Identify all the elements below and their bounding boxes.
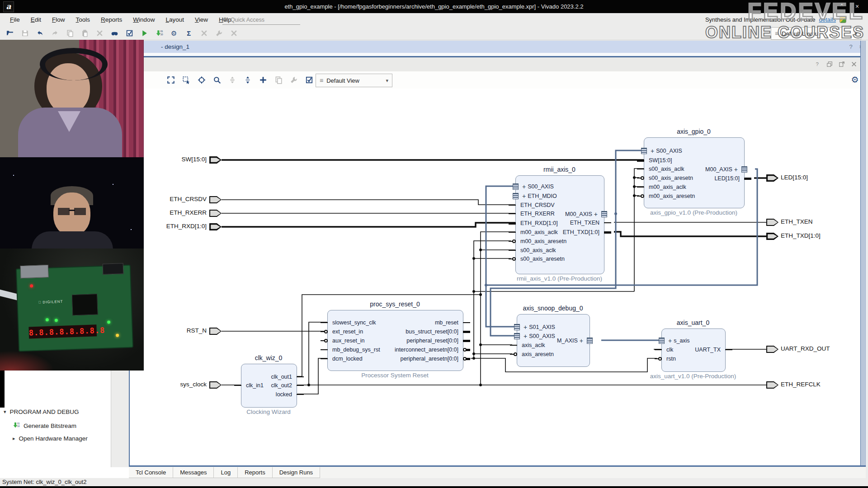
settings-icon[interactable]: ⚙: [169, 28, 179, 38]
menu-item-flow[interactable]: Flow: [47, 13, 71, 26]
menu-item-window[interactable]: Window: [127, 13, 160, 26]
port-m00-axis-aresetn[interactable]: m00_axis_aresetn: [649, 192, 695, 201]
port-m00-axis-aclk[interactable]: m00_axis_aclk: [649, 183, 686, 192]
expand-plus-icon[interactable]: +: [734, 166, 738, 173]
report-utilization-icon[interactable]: Σ: [184, 28, 194, 38]
port-dcm-locked[interactable]: dcm_locked: [332, 354, 363, 363]
block-rmii_axis_0[interactable]: +S00_AXIS+ETH_MDIOETH_CRSDVETH_RXERRETH_…: [515, 175, 604, 274]
port-aux-reset-in[interactable]: aux_reset_in: [332, 336, 365, 345]
validate-design-icon[interactable]: [303, 74, 315, 86]
restore-window-icon[interactable]: ^: [836, 2, 847, 11]
port-bus-struct-reset-0-0-[interactable]: bus_struct_reset[0:0]: [406, 327, 458, 336]
open-hardware-manager-item[interactable]: ▸ Open Hardware Manager: [13, 435, 88, 442]
program-and-debug-section[interactable]: ▾ PROGRAM AND DEBUG: [4, 408, 79, 415]
open-project-icon[interactable]: [5, 28, 15, 38]
menu-item-file[interactable]: File: [5, 13, 25, 26]
zoom-selection-icon[interactable]: [180, 74, 192, 86]
menu-item-view[interactable]: View: [189, 13, 213, 26]
block-axis_uart_0[interactable]: +s_axisclkrstnUART_TX: [661, 328, 726, 372]
expand-plus-icon[interactable]: +: [524, 333, 527, 340]
port-m00-axis-aresetn[interactable]: m00_axis_aresetn: [520, 237, 566, 246]
panel-close-icon[interactable]: [850, 60, 858, 68]
port-eth-crsdv[interactable]: ETH_CRSDV: [520, 201, 555, 210]
port-uart-tx[interactable]: UART_TX: [695, 345, 721, 354]
tab-messages[interactable]: Messages: [173, 467, 214, 478]
port-eth-rxd-1-0-[interactable]: ETH_RXD[1:0]: [520, 219, 558, 228]
port-eth-txen[interactable]: ETH_TXEN: [570, 218, 599, 227]
port-rstn[interactable]: rstn: [666, 354, 676, 363]
design-help-icon[interactable]: ?: [846, 43, 855, 51]
port-s00-axis[interactable]: +S00_AXIS: [522, 332, 555, 341]
details-link[interactable]: details: [819, 16, 836, 23]
port-s00-axis-aresetn[interactable]: s00_axis_aresetn: [520, 254, 565, 263]
port-s00-axis[interactable]: +S00_AXIS: [520, 182, 554, 191]
port-peripheral-reset-0-0-[interactable]: peripheral_reset[0:0]: [406, 336, 458, 345]
port-axis-aresetn[interactable]: axis_aresetn: [522, 350, 554, 359]
port-peripheral-aresetn-0-0-[interactable]: peripheral_aresetn[0:0]: [400, 354, 458, 363]
port-m00-axis-aclk[interactable]: m00_axis_aclk: [520, 228, 558, 237]
port-s00-axis-aclk[interactable]: s00_axis_aclk: [649, 164, 684, 174]
port-clk-in1[interactable]: clk_in1: [246, 381, 264, 390]
close-window-icon[interactable]: ×: [852, 2, 863, 11]
expand-plus-icon[interactable]: +: [580, 337, 583, 344]
port-interconnect-aresetn-0-0-[interactable]: interconnect_aresetn[0:0]: [395, 345, 458, 354]
port-axis-aclk[interactable]: axis_aclk: [522, 341, 545, 350]
port-locked[interactable]: locked: [276, 390, 292, 399]
run-icon[interactable]: [139, 28, 150, 38]
port-clk-out2[interactable]: clk_out2: [271, 381, 292, 390]
zoom-fit-icon[interactable]: [165, 74, 177, 86]
find-icon[interactable]: [109, 28, 120, 38]
port-sw-15-0-[interactable]: SW[15:0]: [649, 156, 672, 165]
block-axis_snoop_debug_0[interactable]: +S01_AXIS+S00_AXISaxis_aclkaxis_aresetnM…: [517, 314, 590, 367]
tab-tcl-console[interactable]: Tcl Console: [129, 467, 173, 478]
port-s01-axis[interactable]: +S01_AXIS: [522, 323, 555, 332]
right-scroll-area[interactable]: [860, 41, 866, 467]
port-slowest-sync-clk[interactable]: slowest_sync_clk: [332, 318, 376, 327]
tab-reports[interactable]: Reports: [238, 467, 273, 478]
generate-bitstream-icon[interactable]: 0110: [154, 28, 165, 38]
add-ip-icon[interactable]: [257, 74, 269, 86]
panel-help-icon[interactable]: ?: [813, 60, 821, 68]
validate-icon[interactable]: [124, 28, 135, 38]
panel-float-icon[interactable]: [826, 60, 834, 68]
autofit-selection-icon[interactable]: [196, 74, 208, 86]
expand-plus-icon[interactable]: +: [594, 211, 598, 218]
panel-maximize-icon[interactable]: [838, 60, 846, 68]
expand-plus-icon[interactable]: +: [668, 337, 672, 344]
menu-item-layout[interactable]: Layout: [160, 13, 189, 26]
port-s-axis[interactable]: +s_axis: [666, 336, 690, 345]
port-eth-txd-1-0-[interactable]: ETH_TXD[1:0]: [563, 228, 599, 237]
port-s00-axis-aclk[interactable]: s00_axis_aclk: [520, 246, 556, 255]
expand-plus-icon[interactable]: +: [522, 192, 526, 200]
port-m00-axis[interactable]: M00_AXIS+: [705, 165, 740, 174]
port-clk-out1[interactable]: clk_out1: [271, 372, 292, 381]
port-ext-reset-in[interactable]: ext_reset_in: [332, 327, 363, 336]
port-eth-mdio[interactable]: +ETH_MDIO: [520, 192, 557, 201]
quick-access-search[interactable]: Quick Access: [222, 15, 300, 25]
tab-design-runs[interactable]: Design Runs: [273, 467, 320, 478]
menu-item-reports[interactable]: Reports: [95, 13, 127, 26]
menu-item-tools[interactable]: Tools: [71, 13, 96, 26]
port-s00-axis-aresetn[interactable]: s00_axis_aresetn: [649, 174, 693, 183]
port-clk[interactable]: clk: [666, 345, 673, 354]
search-icon[interactable]: [211, 74, 223, 86]
design-tab-bar[interactable]: [129, 41, 866, 53]
expand-plus-icon[interactable]: +: [651, 147, 654, 155]
undo-icon[interactable]: [34, 28, 45, 38]
block-proc_sys_reset_0[interactable]: slowest_sync_clkext_reset_inaux_reset_in…: [327, 310, 463, 371]
block-axis_gpio_0[interactable]: +S00_AXISSW[15:0]s00_axis_aclks00_axis_a…: [644, 137, 745, 208]
block-clk_wiz_0[interactable]: clk_in1clk_out1clk_out2locked: [241, 364, 297, 408]
port-led-15-0-[interactable]: LED[15:0]: [714, 174, 740, 183]
port-m-axis[interactable]: M_AXIS+: [557, 336, 585, 345]
port-s00-axis[interactable]: +S00_AXIS: [649, 146, 682, 155]
menu-item-edit[interactable]: Edit: [25, 13, 47, 26]
generate-bitstream-item[interactable]: 0110 Generate Bitstream: [13, 422, 76, 430]
layout-dropdown[interactable]: ≡ Default Layout ▾: [771, 27, 861, 40]
port-mb-reset[interactable]: mb_reset: [435, 318, 458, 327]
expand-icon[interactable]: [242, 74, 254, 86]
tab-log[interactable]: Log: [214, 467, 238, 478]
port-mb-debug-sys-rst[interactable]: mb_debug_sys_rst: [332, 345, 380, 354]
expand-plus-icon[interactable]: +: [522, 183, 526, 190]
port-eth-rxerr[interactable]: ETH_RXERR: [520, 209, 555, 218]
diagram-settings-gear-icon[interactable]: ⚙: [849, 74, 861, 85]
